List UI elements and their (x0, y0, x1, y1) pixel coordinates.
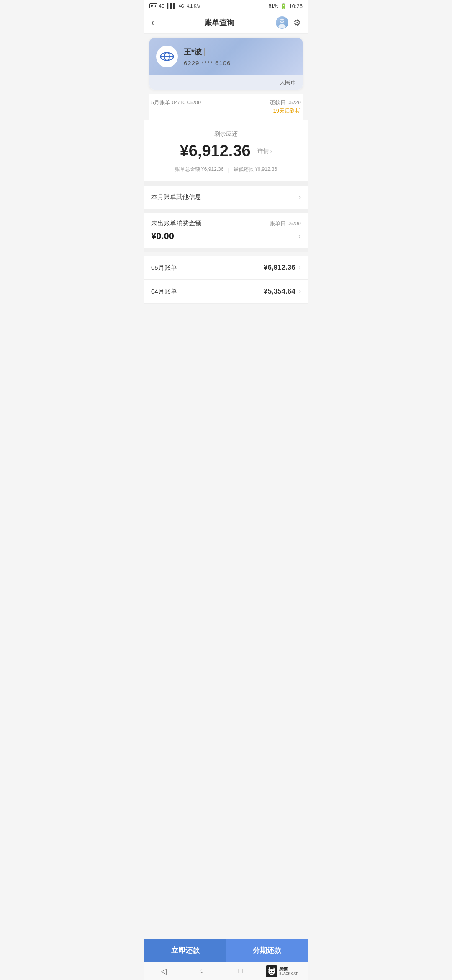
unbilled-section: 未出账单消费金额 账单日 06/09 ¥0.00 › (144, 213, 308, 248)
header: ‹ 账单查询 ⚙ (144, 12, 308, 34)
other-info-section: 本月账单其他信息 › (144, 186, 308, 209)
svg-line-4 (279, 19, 280, 20)
hd-badge: HD (149, 3, 157, 8)
remaining-label: 剩余应还 (151, 130, 301, 138)
svg-point-3 (282, 19, 284, 21)
card-section: 王*波 6229 **** 6106 人民币 (149, 38, 303, 90)
svg-point-0 (280, 18, 284, 23)
settings-button[interactable]: ⚙ (293, 18, 301, 28)
signal-bars: ▌▌▌ (167, 3, 176, 8)
bill-due-countdown: 19天后到期 (270, 107, 301, 115)
svg-point-2 (280, 19, 282, 21)
detail-chevron: › (270, 148, 272, 155)
status-bar: HD 4G ▌▌▌ 4G 4.1 K/s 61% 🔋 10:26 (144, 0, 308, 12)
bank-logo (156, 46, 178, 67)
monthly-chevron-0: › (299, 264, 301, 271)
amount-row: ¥6,912.36 详情 › (151, 142, 301, 160)
signal-text-2: 4G (179, 4, 184, 8)
bill-period-label: 5月账单 04/10-05/09 (151, 99, 201, 106)
detail-link[interactable]: 详情 › (257, 147, 272, 155)
other-info-chevron: › (299, 193, 301, 201)
unbilled-title: 未出账单消费金额 (151, 219, 201, 227)
amount-sub-divider: | (228, 167, 229, 173)
bill-due-info: 还款日 05/29 19天后到期 (270, 99, 301, 115)
card-top: 王*波 6229 **** 6106 (149, 38, 303, 75)
unbilled-header: 未出账单消费金额 账单日 06/09 (151, 219, 301, 227)
monthly-chevron-1: › (299, 288, 301, 295)
svg-line-5 (284, 19, 285, 20)
battery-icon: 🔋 (280, 3, 287, 9)
monthly-bill-label-0: 05月账单 (151, 264, 177, 272)
remaining-amount: ¥6,912.36 (180, 142, 251, 160)
total-amount-label: 账单总金额 ¥6,912.36 (175, 166, 224, 173)
section-divider-1 (144, 181, 308, 186)
speed-text: 4.1 K/s (187, 4, 200, 8)
header-actions: ⚙ (274, 16, 301, 29)
card-currency: 人民币 (149, 75, 303, 90)
monthly-bill-right-1: ¥5,354.64 › (264, 287, 301, 296)
card-holder-name: 王*波 (184, 47, 296, 57)
monthly-bill-1[interactable]: 04月账单 ¥5,354.64 › (144, 280, 308, 304)
battery-text: 61% (268, 3, 278, 9)
monthly-bill-amount-1: ¥5,354.64 (264, 287, 295, 296)
monthly-bill-label-1: 04月账单 (151, 288, 177, 296)
unbilled-amount: ¥0.00 (151, 231, 174, 242)
svg-point-1 (278, 24, 285, 28)
other-info-item[interactable]: 本月账单其他信息 › (144, 186, 308, 209)
status-right: 61% 🔋 10:26 (268, 3, 303, 9)
monthly-bill-0[interactable]: 05月账单 ¥6,912.36 › (144, 256, 308, 280)
status-left: HD 4G ▌▌▌ 4G 4.1 K/s (149, 3, 200, 8)
page-title: 账单查询 (164, 18, 274, 28)
monthly-bills-section: 05月账单 ¥6,912.36 › 04月账单 ¥5,354.64 › (144, 256, 308, 304)
signal-text: 4G (159, 4, 164, 8)
min-pay-label: 最低还款 ¥6,912.36 (234, 166, 277, 173)
bill-due-date: 还款日 05/29 (270, 99, 301, 106)
other-info-title: 本月账单其他信息 (151, 193, 201, 201)
section-divider-2 (144, 209, 308, 213)
unbilled-billing-date: 账单日 06/09 (270, 220, 301, 227)
card-info: 王*波 6229 **** 6106 (184, 47, 296, 67)
card-number: 6229 **** 6106 (184, 59, 296, 67)
section-divider-3 (144, 248, 308, 252)
amount-sub-row: 账单总金额 ¥6,912.36 | 最低还款 ¥6,912.36 (151, 166, 301, 173)
unbilled-amount-row[interactable]: ¥0.00 › (151, 231, 301, 242)
monthly-bill-amount-0: ¥6,912.36 (264, 263, 295, 272)
avatar-button[interactable] (276, 16, 288, 29)
amount-section: 剩余应还 ¥6,912.36 详情 › 账单总金额 ¥6,912.36 | 最低… (144, 120, 308, 181)
unbilled-chevron: › (298, 232, 301, 241)
bill-period-row: 5月账单 04/10-05/09 还款日 05/29 19天后到期 (149, 94, 303, 120)
back-button[interactable]: ‹ (151, 18, 164, 27)
time-text: 10:26 (289, 3, 303, 9)
name-divider (204, 48, 205, 56)
monthly-bill-right-0: ¥6,912.36 › (264, 263, 301, 272)
